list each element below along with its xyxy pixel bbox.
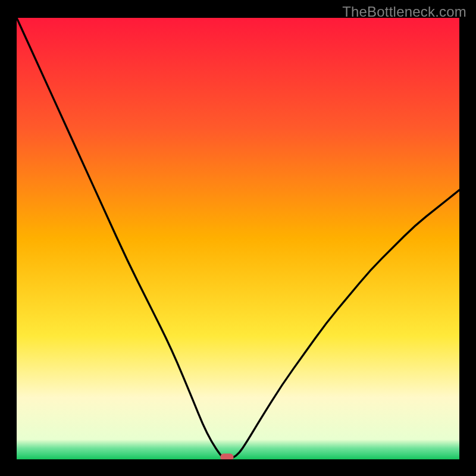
chart-frame xyxy=(17,18,459,459)
optimum-marker xyxy=(220,453,233,459)
bottleneck-chart xyxy=(17,18,459,459)
watermark-text: TheBottleneck.com xyxy=(342,4,466,20)
gradient-background xyxy=(17,18,459,459)
